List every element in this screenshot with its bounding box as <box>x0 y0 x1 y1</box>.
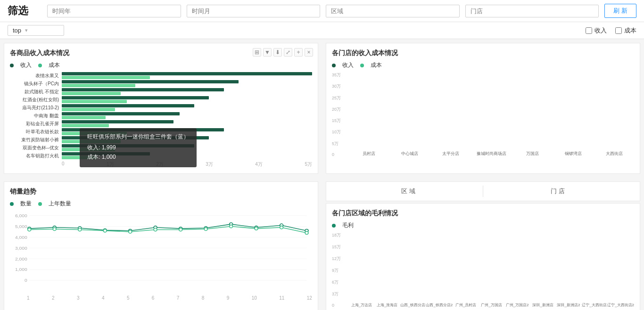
vbar-xlabel: 中心城店 <box>401 151 418 157</box>
hbar-row: 镜头杯子（PC内 <box>10 80 312 87</box>
legend-income-label: 收入 <box>20 61 32 69</box>
gross-xlabel: 辽宁_大西街店2 <box>607 302 634 308</box>
hbar-label: 红酒金(粉红女郎) <box>10 97 62 103</box>
zoom-out-icon[interactable]: × <box>305 48 313 57</box>
hbar-cost-bar <box>62 84 135 87</box>
hbar-label: 表情水果又 <box>10 73 62 79</box>
checkbox-group: 收入 成本 <box>586 26 636 35</box>
svg-point-30 <box>129 230 132 233</box>
hbar-row: 中南海 翻盖 <box>10 112 312 119</box>
gross-bar-wrap: 广州_万国店2 <box>504 301 529 308</box>
cost-checkbox-label[interactable]: 成本 <box>615 26 636 35</box>
hbar-bars <box>62 80 312 87</box>
right-chart-title: 各门店的收入成本情况 <box>332 49 634 57</box>
hbar-row: 红酒金(粉红女郎) <box>10 96 312 103</box>
cost-label: 成本 <box>624 26 636 35</box>
left-chart-panel: 各商品收入成本情况 ⊞ ▼ ⬇ ⤢ + × 收入 成本 表情水果又 镜头杯子（P… <box>4 43 318 174</box>
filter-icon[interactable]: ▼ <box>263 48 272 57</box>
legend-cost-label-r: 成本 <box>371 61 382 69</box>
refresh-button[interactable]: 刷 新 <box>604 4 636 18</box>
month-filter[interactable] <box>187 5 321 17</box>
vbar-group: 中心城店 <box>390 149 430 157</box>
line-xlabel: 11 <box>279 295 284 301</box>
hbar-label: 双面变色杯--优女 <box>10 145 62 151</box>
hbar-axis-label: 0 <box>62 161 65 168</box>
gross-chart-legend: 毛利 <box>332 221 634 229</box>
svg-text:6,000: 6,000 <box>15 213 27 218</box>
hbar-income-bar <box>62 72 312 75</box>
year-filter[interactable] <box>47 5 181 17</box>
region-tab[interactable]: 区 域 <box>334 187 483 196</box>
right-chart-panel: 各门店的收入成本情况 收入 成本 35万30万25万20万15万10万5万0 员… <box>326 43 640 174</box>
vbar-xlabel: 太平分店 <box>442 151 459 157</box>
cost-checkbox[interactable] <box>615 27 622 34</box>
hbar-label: 名车钥匙打火机 <box>10 153 62 159</box>
region-filter[interactable] <box>326 5 460 17</box>
vbar-group: 万国店 <box>512 149 553 157</box>
svg-text:1,000: 1,000 <box>15 267 27 272</box>
hbar-income-bar <box>62 112 180 115</box>
vbar-xlabel: 铜锣湾店 <box>565 151 582 157</box>
hbar-label: 庙马亮灯(2110-2) <box>10 105 62 111</box>
gross-bar-wrap: 深圳_新洲店 <box>530 301 555 308</box>
zoom-in-icon[interactable]: + <box>294 48 303 57</box>
hbar-row: 表情水果又 <box>10 72 312 79</box>
line-xlabel: 9 <box>227 295 230 301</box>
hbar-row: 庙马亮灯(2110-2) <box>10 104 312 111</box>
svg-point-33 <box>204 228 207 230</box>
svg-point-29 <box>103 229 107 232</box>
gross-xlabel: 山西_铁西分店 <box>400 302 425 308</box>
line-xlabel: 7 <box>177 295 180 301</box>
legend-dot-prev <box>38 202 42 206</box>
main-content: 各商品收入成本情况 ⊞ ▼ ⬇ ⤢ + × 收入 成本 表情水果又 镜头杯子（P… <box>0 39 644 310</box>
top-select[interactable]: top ▾ <box>8 25 64 36</box>
top-label: top <box>13 27 21 34</box>
hbar-bars <box>62 72 312 79</box>
hbar-bars <box>62 96 312 103</box>
line-xaxis: 123456789101112 <box>10 295 312 301</box>
svg-point-36 <box>280 226 283 229</box>
store-tab[interactable]: 门 店 <box>483 187 632 196</box>
legend-cost-label: 成本 <box>49 61 60 69</box>
hbar-income-bar <box>62 104 194 107</box>
tooltip-income-value: 1,999 <box>102 144 116 151</box>
region-store-bar: 区 域 门 店 <box>326 181 640 201</box>
svg-point-35 <box>255 227 258 230</box>
table-icon[interactable]: ⊞ <box>253 48 261 57</box>
gross-chart-panel: 各门店区域的毛利情况 毛利 18万15万12万9万6万3万0 上海_万达店 上海… <box>326 203 640 310</box>
line-xlabel: 10 <box>252 295 257 301</box>
income-checkbox-label[interactable]: 收入 <box>586 26 607 35</box>
hbar-label: 叶草毛衣链长款 <box>10 129 62 135</box>
hbar-bars <box>62 88 312 95</box>
line-xlabel: 4 <box>102 295 105 301</box>
gross-bar-wrap: 辽宁_大西街店2 <box>607 301 634 308</box>
svg-point-34 <box>230 225 233 228</box>
hbar-axis-label: 3万 <box>206 161 213 168</box>
store-filter[interactable] <box>465 5 599 17</box>
hbar-income-bar <box>62 120 173 123</box>
zoom-reset-icon[interactable]: ⤢ <box>284 48 292 57</box>
line-xlabel: 2 <box>52 295 55 301</box>
legend-gross-label: 毛利 <box>342 221 354 229</box>
line-chart-legend: 数量 上年数量 <box>10 200 312 208</box>
svg-text:2,000: 2,000 <box>15 256 27 261</box>
svg-point-31 <box>154 228 157 231</box>
line-xlabel: 12 <box>307 295 312 301</box>
right-chart-legend: 收入 成本 <box>332 61 634 69</box>
gross-xlabel: 广州_万国店2 <box>506 302 529 308</box>
gross-bar-wrap: 山西_铁西分店2 <box>426 301 453 308</box>
line-xlabel: 8 <box>202 295 205 301</box>
vbar-xlabel: 员村店 <box>363 151 375 157</box>
hbar-income-bar <box>62 88 224 91</box>
gross-bar-wrap: 山西_铁西分店 <box>400 301 425 308</box>
svg-point-27 <box>53 228 56 230</box>
bottom-right-panel: 区 域 门 店 各门店区域的毛利情况 毛利 18万15万12万9万6万3万0 上… <box>322 178 644 310</box>
gross-chart: 上海_万达店 上海_淮海店 山西_铁西分店 山西_铁西分店2 广州_员村店 广州… <box>332 232 634 308</box>
hbar-cost-bar <box>62 100 127 103</box>
income-checkbox[interactable] <box>586 27 592 34</box>
tooltip-income-label: 收入: <box>87 144 100 151</box>
gross-chart-wrap: 18万15万12万9万6万3万0 上海_万达店 上海_淮海店 山西_铁西分店 山… <box>332 232 634 310</box>
gross-xlabel: 深圳_新洲店2 <box>557 302 580 308</box>
download-icon[interactable]: ⬇ <box>273 48 282 57</box>
gross-xlabel: 上海_淮海店 <box>377 302 397 308</box>
